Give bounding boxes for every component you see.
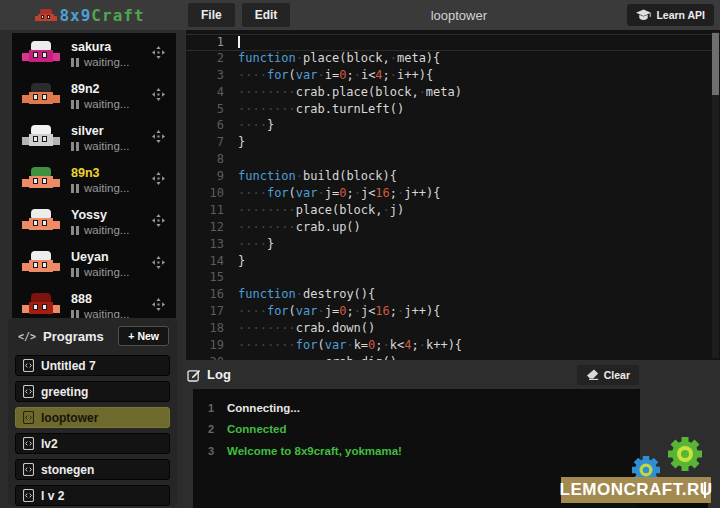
player-move-button[interactable] [152,87,167,105]
code-line: 11········place(block,·j) [186,203,720,220]
watermark-shadow [636,503,708,508]
line-number: 14 [186,254,238,271]
log-header: Log Clear [186,360,640,389]
player-move-button[interactable] [152,297,167,315]
code-text: ········crab.up() [238,220,361,237]
player-row[interactable]: 89n3waiting... [12,159,176,201]
program-file-icon [23,463,34,476]
move-icon [152,130,165,143]
player-status: waiting... [71,308,152,318]
move-icon [152,88,165,101]
code-text: } [238,254,245,271]
learn-api-button[interactable]: Learn API [627,4,714,26]
program-item[interactable]: greeting [15,381,170,402]
player-name: Ueyan [71,250,152,264]
move-icon [152,172,165,185]
program-item-label: stonegen [41,463,94,477]
code-line: 10····for(var·j=0;·j<16;·j++){ [186,186,720,203]
log-compose-icon [187,368,201,382]
move-icon [152,256,165,269]
line-number: 19 [186,338,238,355]
move-icon [152,46,165,59]
line-number: 3 [186,68,238,85]
log-entry-text: Welcome to 8x9craft, yokmama! [227,445,402,457]
code-text: function·build(block){ [238,169,397,186]
file-menu[interactable]: File [188,3,235,27]
code-line: 13····} [186,237,720,254]
graduation-cap-icon [636,9,651,21]
program-item[interactable]: Untitled 7 [15,355,170,376]
player-info: 89n2waiting... [71,82,152,110]
player-move-button[interactable] [152,45,167,63]
player-move-button[interactable] [152,213,167,231]
programs-list: Untitled 7greetinglooptowerlv2stonegenl … [15,355,170,506]
crab-avatar-icon [22,293,60,318]
program-item[interactable]: l v 2 [15,485,170,506]
program-file-icon [23,437,34,450]
line-number: 18 [186,321,238,338]
player-status: waiting... [71,224,152,236]
player-status: waiting... [71,182,152,194]
code-text: ········place(block,·j) [238,203,404,220]
line-number: 12 [186,220,238,237]
line-number: 9 [186,169,238,186]
player-status-text: waiting... [84,182,129,194]
player-move-button[interactable] [152,255,167,273]
scrollbar-thumb[interactable] [712,33,719,95]
line-number: 20 [186,355,238,360]
player-name: 888 [71,292,152,306]
log-entry: 1Connecting... [193,397,640,419]
program-item[interactable]: lv2 [15,433,170,454]
player-status: waiting... [71,140,152,152]
code-text: ············crab.dig() [238,355,397,360]
player-info: 89n3waiting... [71,166,152,194]
player-status-text: waiting... [84,308,129,318]
line-number: 8 [186,152,238,169]
program-item-label: Untitled 7 [41,359,96,373]
crab-avatar-icon [22,125,60,151]
line-number: 13 [186,237,238,254]
edit-menu[interactable]: Edit [242,3,291,27]
app-logo: 8x9 Craft [0,6,181,25]
player-row[interactable]: Ueyanwaiting... [12,243,176,285]
program-item[interactable]: looptower [15,407,170,428]
topbar: 8x9 Craft File Edit looptower Learn API [0,0,720,30]
player-name: 89n2 [71,82,152,96]
player-row[interactable]: sakurawaiting... [12,33,176,75]
app-window: 8x9 Craft File Edit looptower Learn API … [0,0,720,508]
watermark-caret [704,482,706,498]
program-item-label: lv2 [41,437,58,451]
player-row[interactable]: 89n2waiting... [12,75,176,117]
player-row[interactable]: silverwaiting... [12,117,176,159]
player-info: Yossywaiting... [71,208,152,236]
logo-text-craft: Craft [91,6,144,25]
player-move-button[interactable] [152,129,167,147]
code-text: } [238,135,245,152]
player-row[interactable]: Yossywaiting... [12,201,176,243]
log-entry: 3Welcome to 8x9craft, yokmama! [193,440,640,462]
pause-icon [71,58,79,67]
code-text: ········crab.turnLeft() [238,102,404,119]
logo-text-8x9: 8x9 [59,6,91,25]
player-status-text: waiting... [84,56,129,68]
player-info: silverwaiting... [71,124,152,152]
player-row[interactable]: 888waiting... [12,285,176,318]
crab-logo-icon [36,8,56,22]
clear-log-button[interactable]: Clear [577,365,639,385]
editor-scrollbar[interactable] [712,32,719,358]
code-text [238,35,240,50]
code-text: function·place(block,·meta){ [238,51,440,68]
new-program-button[interactable]: + New [118,326,169,346]
log-line-number: 3 [193,445,227,457]
move-icon [152,298,165,311]
player-name: Yossy [71,208,152,222]
code-editor[interactable]: 12function·place(block,·meta){3····for(v… [186,30,720,360]
program-item-label: looptower [41,411,98,425]
line-number: 15 [186,270,238,287]
code-text: ····for(var·i=0;·i<4;·i++){ [238,68,433,85]
player-move-button[interactable] [152,171,167,189]
code-line: 14} [186,254,720,271]
code-line: 4········crab.place(block,·meta) [186,85,720,102]
code-line: 12········crab.up() [186,220,720,237]
program-item[interactable]: stonegen [15,459,170,480]
